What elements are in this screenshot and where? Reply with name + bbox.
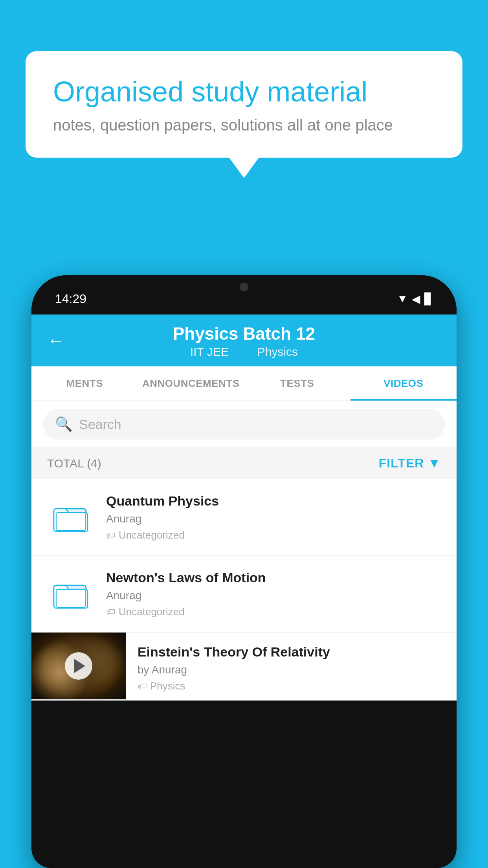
tag-icon-2: 🏷 [106,607,116,618]
battery-icon: ▊ [424,292,433,305]
filter-button[interactable]: FILTER ▼ [379,456,441,471]
app-header: ← Physics Batch 12 IIT JEE Physics [31,314,457,366]
folder-icon-2 [53,578,88,610]
tab-bar: MENTS ANNOUNCEMENTS TESTS VIDEOS [31,366,457,401]
video-title-2: Newton's Laws of Motion [106,570,441,585]
search-bar[interactable]: 🔍 Search [43,409,445,440]
phone-frame: 14:29 ▼ ◀ ▊ ← Physics Batch 12 IIT JEE P… [31,275,457,868]
video-thumb-2 [47,576,94,612]
svg-rect-3 [56,589,85,607]
tag-icon: 🏷 [106,530,116,541]
video-title-1: Quantum Physics [106,493,441,509]
bubble-title: Organised study material [53,75,435,108]
video-thumb-1 [47,500,94,535]
back-button[interactable]: ← [47,331,64,350]
video-info-3: Einstein's Theory Of Relativity by Anura… [126,633,457,700]
signal-icon: ◀ [412,292,420,305]
list-item[interactable]: Newton's Laws of Motion Anurag 🏷 Uncateg… [31,556,457,633]
notch [213,275,275,299]
video-tag-1: 🏷 Uncategorized [106,529,441,541]
video-thumbnail-3 [31,633,126,699]
header-subtitle: IIT JEE Physics [47,345,441,359]
video-info-1: Quantum Physics Anurag 🏷 Uncategorized [106,493,441,541]
header-title: Physics Batch 12 [47,324,441,344]
video-tag-2: 🏷 Uncategorized [106,606,441,618]
header-topic: Physics [257,345,298,358]
video-tag-3: 🏷 Physics [138,680,445,692]
filter-bar: TOTAL (4) FILTER ▼ [31,447,457,479]
filter-icon: ▼ [428,456,441,471]
list-item[interactable]: Einstein's Theory Of Relativity by Anura… [31,633,457,701]
folder-icon [53,502,88,533]
tab-ments[interactable]: MENTS [31,366,138,401]
tab-videos[interactable]: VIDEOS [350,366,457,401]
wifi-icon: ▼ [397,292,408,305]
status-bar: 14:29 ▼ ◀ ▊ [31,275,457,314]
total-count: TOTAL (4) [47,457,101,470]
search-icon: 🔍 [55,416,73,432]
tab-announcements[interactable]: ANNOUNCEMENTS [138,366,244,401]
list-item[interactable]: Quantum Physics Anurag 🏷 Uncategorized [31,479,457,556]
speech-bubble: Organised study material notes, question… [26,51,462,158]
tag-icon-3: 🏷 [138,681,147,692]
play-button[interactable] [65,652,92,680]
tab-tests[interactable]: TESTS [244,366,350,401]
status-icons: ▼ ◀ ▊ [397,292,433,305]
camera-dot [240,283,248,291]
filter-label: FILTER [379,456,424,471]
video-info-2: Newton's Laws of Motion Anurag 🏷 Uncateg… [106,570,441,618]
header-subject: IIT JEE [190,345,229,358]
header-separator [241,345,248,358]
bubble-subtitle: notes, question papers, solutions all at… [53,116,435,134]
video-title-3: Einstein's Theory Of Relativity [138,644,445,660]
speech-bubble-container: Organised study material notes, question… [26,51,462,158]
svg-rect-1 [56,513,85,531]
video-author-3: by Anurag [138,664,445,676]
video-author-1: Anurag [106,513,441,525]
video-author-2: Anurag [106,589,441,602]
search-placeholder: Search [79,417,121,432]
search-container: 🔍 Search [31,401,457,447]
status-time: 14:29 [55,292,86,306]
content-area: Quantum Physics Anurag 🏷 Uncategorized [31,479,457,701]
